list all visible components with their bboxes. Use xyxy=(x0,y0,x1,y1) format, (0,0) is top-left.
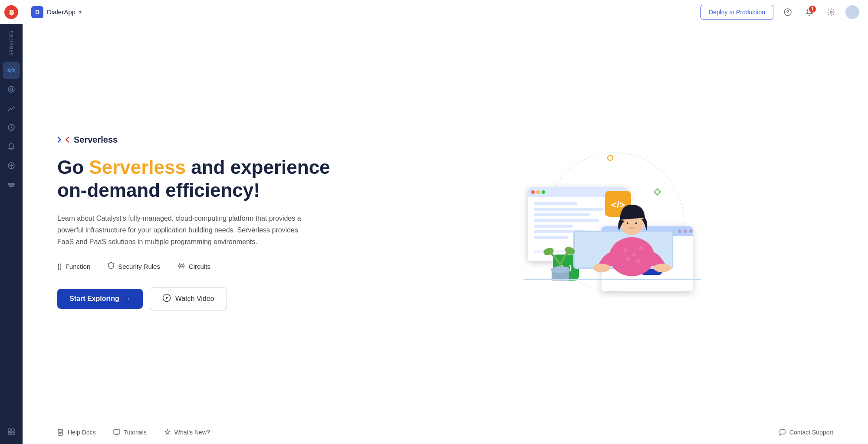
security-rules-feature: Security Rules xyxy=(108,262,160,271)
svg-point-24 xyxy=(531,190,535,194)
help-docs-link[interactable]: Help Docs xyxy=(57,429,96,436)
svg-point-64 xyxy=(625,257,630,261)
deploy-button[interactable]: Deploy to Production xyxy=(700,5,773,20)
analytics-icon[interactable] xyxy=(3,100,20,117)
main-area: D DialerApp ▾ Deploy to Production 1 xyxy=(23,0,868,444)
svg-rect-6 xyxy=(8,429,11,431)
satellite-icon[interactable] xyxy=(3,157,20,174)
globe-icon[interactable] xyxy=(3,176,20,193)
chevron-down-icon: ▾ xyxy=(79,9,82,15)
star-icon xyxy=(164,429,171,436)
svg-text:</>: </> xyxy=(611,199,625,210)
svg-point-63 xyxy=(638,246,643,250)
whats-new-link[interactable]: What's New? xyxy=(164,429,210,436)
svg-point-39 xyxy=(684,229,687,233)
bell-icon[interactable] xyxy=(3,138,20,155)
security-rules-label: Security Rules xyxy=(118,263,160,270)
svg-point-0 xyxy=(8,86,14,92)
start-exploring-button[interactable]: Start Exploring → xyxy=(57,289,143,309)
hero-right: + xyxy=(378,135,833,309)
feature-list: {} Function Security Rules xyxy=(57,262,361,271)
contact-support-link[interactable]: Contact Support xyxy=(779,429,833,436)
svg-point-65 xyxy=(636,259,641,263)
book-icon xyxy=(57,429,64,436)
svg-point-62 xyxy=(632,252,636,257)
help-icon[interactable] xyxy=(780,5,795,20)
heading-highlight: Serverless xyxy=(89,157,186,178)
play-icon xyxy=(162,294,171,304)
svg-point-69 xyxy=(635,222,637,224)
brand-header: Serverless xyxy=(57,134,361,146)
svg-point-60 xyxy=(609,237,654,276)
function-feature: {} Function xyxy=(57,262,90,271)
svg-point-25 xyxy=(536,190,540,194)
grid-icon[interactable] xyxy=(3,423,20,441)
user-avatar[interactable] xyxy=(845,5,859,19)
svg-rect-70 xyxy=(523,279,701,280)
rail-avatar: 🎅 xyxy=(4,5,18,19)
footer: Help Docs Tutorials What's New? xyxy=(23,420,868,444)
contact-support-label: Contact Support xyxy=(789,429,833,436)
circuits-icon xyxy=(178,262,185,271)
hero-illustration: + xyxy=(489,140,723,304)
svg-rect-28 xyxy=(534,208,603,211)
svg-rect-8 xyxy=(8,432,11,435)
icon-rail: 🎅 Services xyxy=(0,0,23,444)
rail-icon-list xyxy=(3,62,20,423)
svg-point-13 xyxy=(178,264,181,267)
svg-point-66 xyxy=(593,264,610,272)
svg-rect-31 xyxy=(534,225,573,228)
chat-icon[interactable] xyxy=(3,81,20,98)
watch-video-label: Watch Video xyxy=(175,295,214,303)
svg-point-61 xyxy=(623,248,628,252)
heading-normal: Go xyxy=(57,157,89,178)
rail-top: 🎅 xyxy=(0,0,23,24)
help-docs-label: Help Docs xyxy=(68,429,96,436)
svg-rect-29 xyxy=(534,213,590,216)
svg-point-38 xyxy=(678,229,681,233)
svg-point-26 xyxy=(542,190,545,194)
page-content: Serverless Go Serverless and experience … xyxy=(23,24,868,444)
bolt-icon[interactable] xyxy=(3,119,20,136)
circuits-feature: Circuits xyxy=(178,262,210,271)
watch-video-button[interactable]: Watch Video xyxy=(150,287,227,310)
hero-left: Serverless Go Serverless and experience … xyxy=(57,134,361,310)
brand-logo xyxy=(57,134,69,146)
svg-rect-5 xyxy=(9,185,13,186)
hero-actions: Start Exploring → Watch Video xyxy=(57,287,361,310)
start-exploring-label: Start Exploring xyxy=(69,295,119,303)
tutorials-label: Tutorials xyxy=(124,429,147,436)
topnav: D DialerApp ▾ Deploy to Production 1 xyxy=(23,0,868,24)
svg-point-14 xyxy=(182,264,184,267)
svg-rect-4 xyxy=(8,183,14,185)
circuits-label: Circuits xyxy=(189,263,210,270)
shield-icon xyxy=(108,262,115,271)
svg-rect-27 xyxy=(534,202,577,205)
app-avatar: D xyxy=(31,6,43,18)
brand-title: Serverless xyxy=(74,135,118,145)
services-label: Services xyxy=(9,30,14,56)
notification-badge: 1 xyxy=(809,6,816,13)
hero-heading: Go Serverless and experience on-demand e… xyxy=(57,156,361,202)
code-icon[interactable] xyxy=(3,62,20,79)
svg-rect-7 xyxy=(12,429,14,431)
monitor-icon xyxy=(113,429,120,436)
svg-rect-9 xyxy=(12,432,14,435)
svg-point-56 xyxy=(551,266,570,273)
hero-section: Serverless Go Serverless and experience … xyxy=(23,24,868,420)
svg-rect-33 xyxy=(534,236,569,239)
svg-point-67 xyxy=(654,264,671,272)
app-name: DialerApp xyxy=(47,8,76,16)
svg-point-1 xyxy=(10,88,13,91)
svg-point-12 xyxy=(830,11,832,13)
support-icon xyxy=(779,429,786,436)
svg-point-11 xyxy=(787,13,788,14)
app-selector[interactable]: D DialerApp ▾ xyxy=(31,6,82,18)
notifications-icon[interactable]: 1 xyxy=(802,5,817,20)
svg-rect-19 xyxy=(654,189,660,195)
function-icon: {} xyxy=(57,263,62,271)
whats-new-label: What's New? xyxy=(174,429,210,436)
settings-icon[interactable] xyxy=(824,5,838,20)
arrow-right-icon: → xyxy=(124,295,131,303)
tutorials-link[interactable]: Tutorials xyxy=(113,429,147,436)
